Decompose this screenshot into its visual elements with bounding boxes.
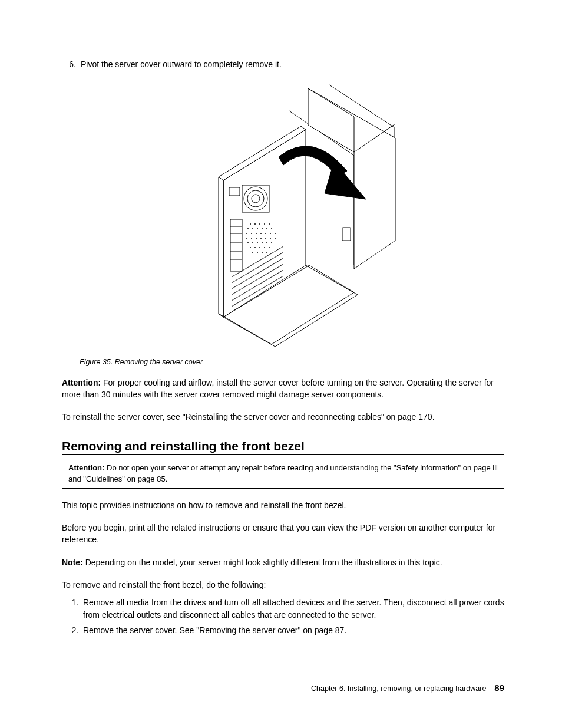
svg-point-55 [271,242,272,243]
svg-point-56 [250,247,251,248]
attention-text: For proper cooling and airflow, install … [62,378,494,399]
footer-chapter: Chapter 6. Installing, removing, or repl… [311,684,486,693]
svg-point-44 [251,238,252,239]
svg-point-48 [270,238,271,239]
svg-point-33 [262,228,263,229]
section-attention-text: Do not open your server or attempt any r… [68,463,498,483]
svg-point-34 [266,228,267,229]
step-6: 6. Pivot the server cover outward to com… [62,59,504,71]
page-footer: Chapter 6. Installing, removing, or repl… [311,683,504,693]
svg-point-26 [254,223,256,225]
procedure-steps: Remove all media from the drives and tur… [62,597,504,636]
svg-point-45 [256,238,257,239]
svg-point-35 [271,228,272,229]
svg-point-52 [257,242,258,243]
svg-marker-7 [219,177,223,317]
svg-point-62 [257,252,258,253]
section-attention-box: Attention: Do not open your server or at… [62,459,504,488]
svg-point-27 [259,223,260,225]
svg-point-51 [252,242,253,243]
svg-point-28 [264,223,265,225]
svg-point-47 [265,238,266,239]
attention-paragraph: Attention: For proper cooling and airflo… [62,377,504,401]
svg-point-41 [270,233,271,234]
note-paragraph: Note: Depending on the model, your serve… [62,556,504,568]
section-title: Removing and reinstalling the front beze… [62,439,504,455]
svg-point-49 [275,238,276,239]
server-cover-illustration [160,83,407,348]
svg-point-39 [260,233,262,234]
note-text: Depending on the model, your server migh… [83,558,442,567]
figure-caption: Figure 35. Removing the server cover [80,358,504,366]
footer-page-number: 89 [494,683,504,693]
intro-paragraph: This topic provides instructions on how … [62,499,504,511]
note-label: Note: [62,558,83,567]
svg-point-30 [247,228,249,229]
reinstall-paragraph: To reinstall the server cover, see "Rein… [62,411,504,423]
svg-point-60 [269,247,270,248]
svg-point-58 [259,247,260,248]
svg-point-54 [266,242,267,243]
svg-point-40 [265,233,266,234]
before-paragraph: Before you begin, print all the related … [62,522,504,546]
svg-point-42 [275,233,276,234]
svg-point-38 [256,233,257,234]
procedure-step-2: Remove the server cover. See "Removing t… [81,624,504,636]
step-text: Pivot the server cover outward to comple… [81,59,282,71]
svg-point-50 [247,242,249,243]
svg-point-25 [250,223,251,225]
svg-point-36 [246,233,247,234]
svg-point-29 [269,223,270,225]
figure-caption-text: Removing the server cover [115,358,203,366]
svg-point-64 [266,252,267,253]
figure-35 [62,83,504,350]
procedure-step-1: Remove all media from the drives and tur… [81,597,504,621]
section-attention-label: Attention: [68,463,104,472]
attention-label: Attention: [62,378,101,387]
svg-point-37 [251,233,252,234]
svg-point-32 [257,228,258,229]
svg-point-31 [252,228,253,229]
svg-rect-5 [342,228,351,241]
procedure-intro: To remove and reinstall the front bezel,… [62,579,504,591]
svg-point-57 [254,247,256,248]
svg-point-59 [264,247,265,248]
svg-point-53 [262,242,263,243]
step-number: 6. [62,59,76,71]
svg-point-61 [252,252,253,253]
svg-point-43 [246,238,247,239]
figure-number: Figure 35. [80,358,113,366]
svg-point-63 [262,252,263,253]
svg-point-46 [260,238,262,239]
